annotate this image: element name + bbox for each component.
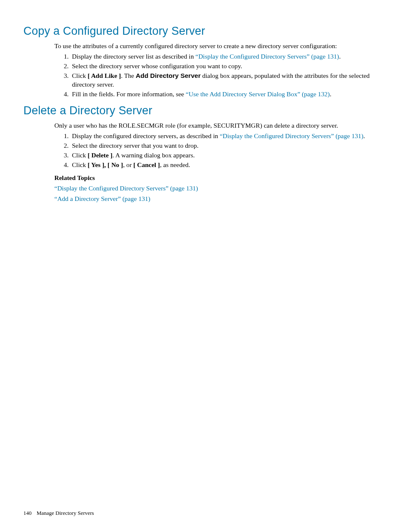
link-add-directory-server[interactable]: “Add a Directory Server” (page 131) [54,195,150,202]
text: Click [72,161,87,168]
button-label-add-like: [ Add Like ] [87,72,121,79]
text: . [330,90,331,98]
section1-step-3: Click [ Add Like ]. The Add Directory Se… [70,72,376,89]
text: . [363,132,365,139]
page-footer: 140Manage Directory Servers [23,509,94,517]
link-display-configured-directory-servers[interactable]: “Display the Configured Directory Server… [195,53,339,60]
heading-delete-directory-server: Delete a Directory Server [23,103,376,118]
related-topic-1: “Display the Configured Directory Server… [54,184,376,193]
section1-step-1: Display the directory server list as des… [70,52,376,61]
section2-body: Only a user who has the ROLE.SECMGR role… [54,121,376,203]
section2-step-2: Select the directory server that you wan… [70,141,376,150]
text: Display the directory server list as des… [72,53,195,60]
section1-intro: To use the attributes of a currently con… [54,42,376,51]
text: Click [72,152,87,159]
section2-step-1: Display the configured directory servers… [70,132,376,141]
section2-step-3: Click [ Delete ]. A warning dialog box a… [70,151,376,160]
chapter-title: Manage Directory Servers [37,510,94,516]
text: . A warning dialog box appears. [113,152,195,159]
section1-steps: Display the directory server list as des… [54,52,376,99]
button-label-cancel: [ Cancel ] [133,161,160,168]
section1-body: To use the attributes of a currently con… [54,42,376,99]
page-number: 140 [23,510,32,516]
text: Fill in the fields. For more information… [72,90,186,98]
text: . [339,53,341,60]
text: Click [72,72,87,79]
related-topics-heading: Related Topics [54,174,376,182]
text: . The [121,72,136,79]
link-display-configured-directory-servers[interactable]: “Display the Configured Directory Server… [54,185,198,192]
text: , as needed. [160,161,190,168]
heading-copy-configured-directory-server: Copy a Configured Directory Server [23,23,376,39]
button-label-yes: [ Yes ], [87,161,106,168]
link-display-configured-directory-servers[interactable]: “Display the Configured Directory Server… [220,132,363,139]
section1-step-4: Fill in the fields. For more information… [70,90,376,99]
section1-step-2: Select the directory server whose config… [70,62,376,71]
text: Display the configured directory servers… [72,132,220,139]
document-page: Copy a Configured Directory Server To us… [0,0,399,532]
button-label-no: [ No ] [106,161,123,168]
text: , or [123,161,133,168]
section2-intro: Only a user who has the ROLE.SECMGR role… [54,121,376,130]
related-topic-2: “Add a Directory Server” (page 131) [54,195,376,203]
section2-steps: Display the configured directory servers… [54,132,376,170]
link-use-add-directory-server-dialog-box[interactable]: “Use the Add Directory Server Dialog Box… [186,90,330,98]
section2-step-4: Click [ Yes ], [ No ], or [ Cancel ], as… [70,161,376,170]
dialog-name-add-directory-server: Add Directory Server [136,72,201,79]
button-label-delete: [ Delete ] [87,152,112,159]
